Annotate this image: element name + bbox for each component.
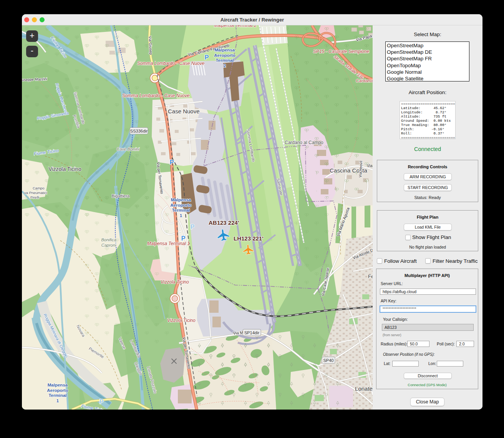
- svg-text:SP14dir: SP14dir: [244, 330, 259, 335]
- svg-text:Malpensa Terminal 2: Malpensa Terminal 2: [214, 25, 257, 28]
- svg-text:useppe Mazzini: useppe Mazzini: [22, 77, 47, 82]
- svg-text:Bonifica: Bonifica: [101, 237, 116, 242]
- svg-text:1: 1: [180, 213, 182, 218]
- svg-text:Terminal: Terminal: [172, 208, 190, 212]
- svg-text:va Pneumatici: va Pneumatici: [24, 191, 47, 195]
- svg-text:P: P: [191, 224, 195, 230]
- svg-text:Malpensa: Malpensa: [215, 48, 235, 52]
- svg-text:Terminal: Terminal: [48, 393, 66, 398]
- svg-text:Pirelli: Pirelli: [30, 195, 39, 199]
- svg-text:P: P: [205, 54, 209, 61]
- svg-text:2: 2: [224, 63, 226, 68]
- svg-text:SS336dir: SS336dir: [130, 129, 148, 133]
- svg-text:Fe: Fe: [368, 274, 373, 279]
- svg-text:P: P: [181, 235, 186, 242]
- svg-text:P: P: [170, 159, 174, 166]
- svg-text:Vizzola Ticino: Vizzola Ticino: [167, 318, 196, 323]
- svg-text:Somma Lombardo - Case Nuove: Somma Lombardo - Case Nuove: [137, 61, 205, 66]
- svg-text:Somma Lombardo - Case Nuove: Somma Lombardo - Case Nuove: [122, 93, 190, 98]
- svg-text:Bigattiera: Bigattiera: [112, 194, 130, 198]
- svg-text:Via Yeovil: Via Yeovil: [358, 161, 363, 178]
- svg-text:AB123 224': AB123 224': [209, 219, 239, 226]
- svg-text:LH123 221': LH123 221': [234, 235, 264, 242]
- svg-text:SP40: SP40: [323, 358, 334, 363]
- svg-text:Terminal: Terminal: [216, 58, 234, 63]
- svg-text:Malpensa: Malpensa: [171, 197, 191, 202]
- svg-text:Aeroporto: Aeroporto: [170, 203, 192, 207]
- svg-text:Cave Bonini: Cave Bonini: [116, 147, 139, 151]
- svg-text:Malpensa Terminal 1: Malpensa Terminal 1: [147, 241, 190, 246]
- svg-text:Aeroporto: Aeroporto: [47, 388, 68, 393]
- svg-text:Vizzola Ticino: Vizzola Ticino: [48, 166, 81, 172]
- svg-text:Case Nuove: Case Nuove: [168, 108, 200, 114]
- svg-text:Cardano al Campo: Cardano al Campo: [285, 140, 323, 145]
- svg-text:SP15 - Casorate Sempione: SP15 - Casorate Sempione: [313, 49, 369, 54]
- svg-text:Cardano a: Cardano a: [356, 78, 373, 83]
- svg-text:P: P: [99, 398, 104, 405]
- svg-text:Vizzola Ticino: Vizzola Ticino: [161, 279, 189, 285]
- svg-text:Campo: Campo: [33, 186, 45, 190]
- svg-text:Caproni: Caproni: [101, 243, 116, 247]
- svg-text:Aeroporto: Aeroporto: [214, 53, 235, 58]
- svg-text:Malpensa: Malpensa: [48, 383, 68, 387]
- svg-text:1: 1: [56, 398, 59, 403]
- svg-text:Viale G: Viale G: [367, 164, 373, 168]
- svg-text:Lonate: Lonate: [355, 385, 373, 392]
